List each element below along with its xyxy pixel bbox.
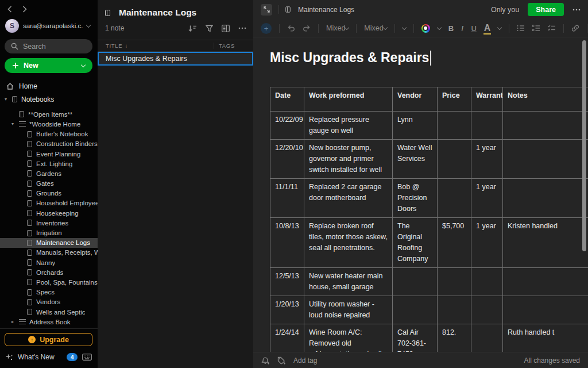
sidebar-item-inventories[interactable]: Inventories xyxy=(0,218,98,228)
breadcrumb[interactable]: Maintenance Logs xyxy=(285,6,354,14)
note-body[interactable]: Misc Upgrades & Repairs Date Work prefor… xyxy=(253,38,588,352)
table-cell[interactable]: 12/5/13 xyxy=(270,268,304,296)
sidebar-item-irrigation[interactable]: Irrigation xyxy=(0,228,98,237)
table-cell[interactable] xyxy=(471,324,503,352)
sidebar-item-manuals-receipts[interactable]: Manuals, Receipts, W... xyxy=(0,248,98,258)
sidebar-item-household-employees[interactable]: Household Employees xyxy=(0,198,98,208)
note-more-options-icon[interactable] xyxy=(572,9,581,11)
account-menu[interactable]: S sara@sarapolaski.c... xyxy=(5,19,95,33)
table-cell[interactable]: New booster pump, governor and primer sw… xyxy=(304,140,393,179)
more-options-icon[interactable] xyxy=(238,27,246,29)
sidebar-item-address-book[interactable]: ▸ Address Book xyxy=(0,317,98,327)
table-cell[interactable] xyxy=(503,112,588,140)
table-cell[interactable]: 812. xyxy=(438,324,471,352)
table-cell[interactable]: Replace broken roof tiles, motor those a… xyxy=(304,218,393,268)
table-cell[interactable]: 1 year xyxy=(471,140,503,179)
underline-button[interactable]: U xyxy=(471,24,476,33)
table-cell[interactable]: Ruth handled t xyxy=(503,324,588,352)
table-cell[interactable]: Kristen handled xyxy=(503,218,588,268)
undo-icon[interactable] xyxy=(287,25,295,32)
bullet-list-icon[interactable] xyxy=(517,25,525,32)
table-header-cell[interactable]: Price xyxy=(438,87,471,112)
redo-icon[interactable] xyxy=(303,25,311,32)
sidebar-item-ext-lighting[interactable]: Ext. Lighting xyxy=(0,159,98,168)
sidebar-item-maintenance-logs[interactable]: Maintenance Logs xyxy=(0,238,98,248)
add-tag-icon[interactable] xyxy=(277,356,286,365)
sidebar-item-open-items[interactable]: **Open Items** xyxy=(0,109,98,119)
search-input[interactable] xyxy=(23,43,80,51)
search-bar[interactable] xyxy=(5,39,92,53)
table-cell[interactable]: 1 year xyxy=(471,218,503,268)
table-cell[interactable]: 11/1/11 xyxy=(270,179,304,218)
table-cell[interactable]: Lynn xyxy=(393,112,438,140)
table-cell[interactable] xyxy=(471,268,503,296)
new-note-button[interactable]: New xyxy=(5,58,92,73)
highlight-button[interactable]: A xyxy=(484,23,491,33)
font-family-dropdown[interactable]: Mixed xyxy=(326,24,349,32)
table-cell[interactable] xyxy=(438,296,471,324)
insert-button[interactable]: + xyxy=(261,23,272,34)
font-size-dropdown[interactable]: Mixed xyxy=(364,24,386,32)
keyboard-shortcuts-icon[interactable] xyxy=(82,354,92,361)
table-header-cell[interactable]: Vendor xyxy=(393,87,438,112)
table-cell[interactable] xyxy=(393,268,438,296)
table-cell[interactable]: 1/20/13 xyxy=(270,296,304,324)
filter-icon[interactable] xyxy=(206,25,213,32)
table-cell[interactable] xyxy=(503,140,588,179)
whats-new-row[interactable]: What's New 4 xyxy=(6,353,92,361)
table-cell[interactable]: New water heater main house, small garag… xyxy=(304,268,393,296)
table-header-cell[interactable]: Notes xyxy=(503,87,588,112)
sidebar-item-nanny[interactable]: Nanny xyxy=(0,258,98,267)
italic-button[interactable]: I xyxy=(461,24,463,33)
expand-note-button[interactable] xyxy=(261,4,272,16)
sidebar-item-construction-binders[interactable]: Construction Binders xyxy=(0,139,98,149)
table-cell[interactable] xyxy=(503,296,588,324)
sidebar-item-specs[interactable]: Specs xyxy=(0,288,98,297)
column-title[interactable]: TITLE ↓ xyxy=(98,43,128,49)
table-cell[interactable] xyxy=(438,268,471,296)
sidebar-item-woodside-home[interactable]: ▾ *Woodside Home xyxy=(0,119,98,129)
note-title[interactable]: Misc Upgrades & Repairs xyxy=(270,50,588,66)
table-cell[interactable] xyxy=(438,179,471,218)
column-tags[interactable]: TAGS xyxy=(219,43,235,49)
triangle-right-icon[interactable]: ▸ xyxy=(11,320,19,324)
note-list-row-selected[interactable]: Misc Upgrades & Repairs xyxy=(98,52,253,66)
chevron-down-icon[interactable] xyxy=(436,25,441,29)
add-tag-label[interactable]: Add tag xyxy=(293,356,317,365)
sidebar-item-pool-spa-fountains[interactable]: Pool, Spa, Fountains xyxy=(0,277,98,287)
numbered-list-icon[interactable] xyxy=(532,25,540,32)
share-button[interactable]: Share xyxy=(528,3,564,16)
back-icon[interactable] xyxy=(7,6,12,13)
text-color-picker[interactable] xyxy=(421,24,430,33)
sidebar-item-housekeeping[interactable]: Housekeeping xyxy=(0,208,98,218)
table-cell[interactable]: Replaced pressure gauge on well xyxy=(304,112,393,140)
table-cell[interactable]: 1 year xyxy=(471,179,503,218)
sidebar-item-butlers-notebook[interactable]: Butler's Notebook xyxy=(0,129,98,139)
sidebar-item-gardens[interactable]: Gardens xyxy=(0,168,98,178)
table-cell[interactable] xyxy=(471,112,503,140)
table-cell[interactable] xyxy=(438,112,471,140)
table-cell[interactable]: 10/8/13 xyxy=(270,218,304,268)
sidebar-item-home[interactable]: Home xyxy=(0,81,98,91)
forward-icon[interactable] xyxy=(22,6,27,13)
checklist-icon[interactable] xyxy=(548,25,556,32)
table-cell[interactable] xyxy=(393,296,438,324)
table-cell[interactable]: $5,700 xyxy=(438,218,471,268)
view-options-icon[interactable] xyxy=(222,25,230,32)
table-header-cell[interactable]: Work preformed xyxy=(304,87,393,112)
sidebar-item-notebooks[interactable]: ▾ Notebooks xyxy=(0,94,98,104)
table-cell[interactable] xyxy=(503,179,588,218)
triangle-down-icon[interactable]: ▾ xyxy=(5,97,12,102)
table-cell[interactable]: The Original Roofing Company xyxy=(393,218,438,268)
sidebar-item-orchards[interactable]: Orchards xyxy=(0,267,98,277)
upgrade-button[interactable]: ↑ Upgrade xyxy=(5,333,92,346)
table-cell[interactable]: 10/22/09 xyxy=(270,112,304,140)
sidebar-item-vendors[interactable]: Vendors xyxy=(0,297,98,307)
table-cell[interactable]: Utility room washer - loud noise repaire… xyxy=(304,296,393,324)
table-cell[interactable]: Replaced 2 car garage door motherboard xyxy=(304,179,393,218)
sidebar-item-wells-and-septic[interactable]: Wells and Septic xyxy=(0,307,98,317)
reminder-icon[interactable] xyxy=(261,356,270,365)
table-cell[interactable]: 1/24/14 xyxy=(270,324,304,352)
vertical-scrollbar[interactable] xyxy=(582,40,586,251)
table-cell[interactable]: 12/20/10 xyxy=(270,140,304,179)
